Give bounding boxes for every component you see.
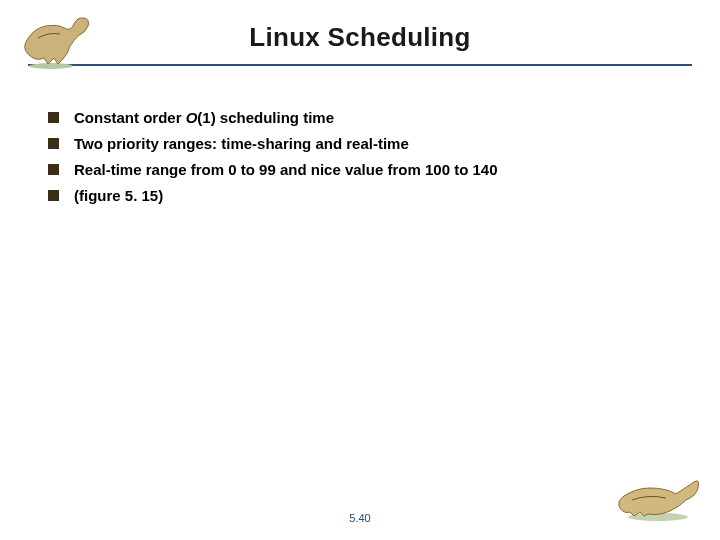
bullet-item: Real-time range from 0 to 99 and nice va… — [48, 158, 678, 182]
bullet-square-icon — [48, 164, 59, 175]
bullet-square-icon — [48, 138, 59, 149]
slide-title: Linux Scheduling — [0, 22, 720, 53]
bullet-text: Real-time range from 0 to 99 and nice va… — [74, 161, 498, 178]
bullet-square-icon — [48, 112, 59, 123]
slide-body: Constant order O(1) scheduling time Two … — [48, 106, 678, 210]
page-number: 5.40 — [0, 512, 720, 524]
horizontal-rule — [28, 64, 692, 66]
bullet-item: Two priority ranges: time-sharing and re… — [48, 132, 678, 156]
bullet-text: (figure 5. 15) — [74, 187, 163, 204]
svg-point-0 — [29, 63, 73, 69]
bullet-square-icon — [48, 190, 59, 201]
bullet-item: Constant order O(1) scheduling time — [48, 106, 678, 130]
slide: Linux Scheduling Constant order O(1) sch… — [0, 0, 720, 540]
bullet-text: Two priority ranges: time-sharing and re… — [74, 135, 409, 152]
bullet-list: Constant order O(1) scheduling time Two … — [48, 106, 678, 208]
dinosaur-top-icon — [18, 14, 98, 70]
slide-header: Linux Scheduling — [0, 22, 720, 74]
bullet-item: (figure 5. 15) — [48, 184, 678, 208]
bullet-text: Constant order O(1) scheduling time — [74, 109, 334, 126]
